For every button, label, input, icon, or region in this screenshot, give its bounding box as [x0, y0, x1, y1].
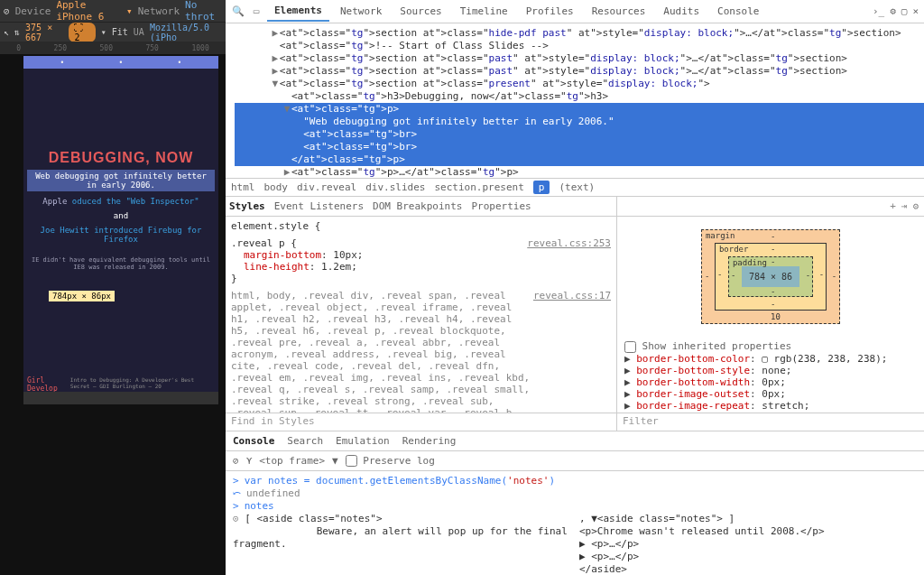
cursor-icon[interactable]: ↖ [4, 27, 9, 37]
phone-status-bar: ••• [23, 56, 218, 69]
styles-body[interactable]: element.style {.reveal p {reveal.css:253… [226, 217, 616, 413]
drawer-tab-emulation[interactable]: Emulation [336, 435, 390, 447]
slide-footnote: IE didn't have equivalent debugging tool… [27, 256, 215, 271]
filter-input[interactable]: Filter [617, 413, 924, 431]
device-label: Device [15, 5, 51, 17]
filter-icon[interactable]: ⋎ [246, 455, 253, 467]
frame-select[interactable]: <top frame> [259, 455, 325, 467]
element-tooltip: 784px × 86px [49, 291, 115, 301]
tab-profiles[interactable]: Profiles [519, 2, 581, 21]
new-rule-icon[interactable]: + [890, 200, 896, 212]
computed-prop[interactable]: ▶ border-bottom-color: ▢ rgb(238, 238, 2… [624, 353, 917, 365]
computed-prop[interactable]: ▶ border-bottom-style: none; [624, 365, 917, 376]
box-content: 784 × 86 [742, 266, 799, 287]
crumb-body[interactable]: body [264, 181, 289, 193]
breadcrumb: htmlbodydiv.revealdiv.slidessection.pres… [226, 178, 924, 196]
zoom-chevron-icon[interactable]: ▾ [101, 27, 106, 37]
devtools-panel: 🔍 ▭ ElementsNetworkSourcesTimelineProfil… [226, 0, 924, 575]
inspect-icon[interactable]: ⊘ [4, 5, 10, 17]
crumb-divreveal[interactable]: div.reveal [297, 181, 356, 193]
drawer-tab-console[interactable]: Console [233, 435, 274, 447]
preserve-log-checkbox[interactable]: Preserve log [346, 455, 435, 468]
drawer-tab-rendering[interactable]: Rendering [402, 435, 457, 447]
chevron-down-icon[interactable]: ▼ [332, 455, 338, 467]
dom-node[interactable]: ▶<at">class="tg">section at">class="past… [235, 65, 924, 78]
show-inherited-checkbox[interactable]: Show inherited properties [624, 340, 791, 352]
network-label: Network [138, 5, 180, 17]
dom-node[interactable]: <at">class="tg">br> [235, 128, 924, 141]
console-output: ⊙ [ <aside class="notes"> Beware, an ale… [233, 513, 917, 575]
tab-timeline[interactable]: Timeline [453, 2, 515, 21]
toggle-state-icon[interactable]: ⇥ [901, 200, 908, 212]
computed-prop[interactable]: ▶ border-bottom-width: 0px; [624, 376, 917, 388]
swap-icon[interactable]: ⇅ [14, 27, 20, 37]
tab-resources[interactable]: Resources [585, 2, 653, 21]
computed-list[interactable]: Show inherited properties▶ border-bottom… [617, 337, 924, 413]
network-select[interactable]: No throt [185, 0, 222, 23]
toggle-device-icon[interactable]: ▭ [249, 5, 263, 17]
styles-toolbar: + ⇥ ⚙ [617, 197, 924, 217]
dom-node[interactable]: <at">class="tg">br> [235, 141, 924, 153]
find-in-styles-input[interactable]: Find in Styles [226, 413, 616, 431]
device-panel: ⊘ Device Apple iPhone 6 ▾ Network No thr… [0, 0, 226, 575]
slide-title: DEBUGGING, NOW [27, 150, 215, 166]
dom-node[interactable]: </at">class="tg">p> [235, 153, 924, 166]
console-drawer: ConsoleSearchEmulationRendering ⊘ ⋎ <top… [226, 431, 924, 575]
dom-node[interactable]: ▶<at">class="tg">p>…</at">class="tg">p> [235, 166, 924, 178]
slide-line-3: Joe Hewitt introduced Firebug for Firefo… [27, 226, 215, 244]
phone-home-bar [23, 392, 218, 404]
slide-line-2: Apple oduced the "Web Inspector" [27, 197, 215, 206]
gear-icon[interactable]: ⚙ [912, 200, 919, 212]
tab-audits[interactable]: Audits [656, 2, 707, 21]
styles-tab-dom-breakpoints[interactable]: DOM Breakpoints [373, 200, 462, 212]
dom-node[interactable]: ▶<at">class="tg">section at">class="hide… [235, 27, 924, 40]
dom-node[interactable]: <at">class="tg">!-- Start of Class Slide… [235, 40, 924, 52]
slide-highlighted-text: Web debugging got infinitely better in e… [27, 170, 215, 191]
device-toolbar-size: ↖ ⇅ 375 × 667 ⛶ 2 ▾ Fit UA Mozilla/5.0 (… [0, 22, 226, 42]
console-body[interactable]: >var notes = document.getElementsByClass… [226, 471, 924, 575]
console-line: ⤺undefined [233, 487, 917, 500]
chevron-down-icon[interactable]: ▾ [126, 5, 133, 17]
console-line: >var notes = document.getElementsByClass… [233, 475, 917, 487]
fit-toggle[interactable]: Fit [112, 27, 128, 37]
device-viewport: ••• DEBUGGING, NOW Web debugging got inf… [0, 54, 226, 575]
inspect-element-icon[interactable]: 🔍 [231, 5, 245, 17]
console-toolbar: ⊘ ⋎ <top frame> ▼ Preserve log [226, 451, 924, 471]
styles-tab-event-listeners[interactable]: Event Listeners [274, 200, 364, 212]
dom-tree[interactable]: ▶<at">class="tg">section at">class="hide… [226, 23, 924, 178]
zoom-select[interactable]: ⛶ 2 [69, 23, 95, 42]
ua-label: UA [134, 27, 144, 37]
crumb-text[interactable]: (text) [559, 181, 595, 193]
computed-prop[interactable]: ▶ border-image-repeat: stretch; [624, 400, 917, 412]
styles-tab-properties[interactable]: Properties [471, 200, 531, 212]
dom-node[interactable]: ▶<at">class="tg">section at">class="past… [235, 52, 924, 65]
console-toggle-icon[interactable]: ›_ [873, 5, 884, 17]
dom-node[interactable]: ▼<at">class="tg">p> [235, 103, 924, 116]
styles-tab-styles[interactable]: Styles [229, 200, 265, 212]
dock-icon[interactable]: ▢ [901, 5, 908, 17]
dom-node[interactable]: ▼<at">class="tg">section at">class="pres… [235, 78, 924, 90]
dom-node[interactable]: "Web debugging got infinitely better in … [235, 116, 924, 128]
crumb-p[interactable]: p [533, 181, 550, 194]
drawer-tabs: ConsoleSearchEmulationRendering [226, 431, 924, 451]
main-tabs: 🔍 ▭ ElementsNetworkSourcesTimelineProfil… [226, 0, 924, 23]
ua-value[interactable]: Mozilla/5.0 (iPho [150, 23, 222, 42]
crumb-sectionpresent[interactable]: section.present [434, 181, 523, 193]
clear-console-icon[interactable]: ⊘ [233, 455, 239, 467]
crumb-divslides[interactable]: div.slides [365, 181, 425, 193]
console-line: >notes [233, 500, 917, 513]
computed-prop[interactable]: ▶ border-image-outset: 0px; [624, 388, 917, 400]
device-select[interactable]: Apple iPhone 6 [56, 0, 121, 23]
dom-node[interactable]: <at">class="tg">h3>Debugging, now</at">c… [235, 90, 924, 103]
slide-content: DEBUGGING, NOW Web debugging got infinit… [23, 69, 218, 271]
tab-elements[interactable]: Elements [267, 1, 329, 22]
close-icon[interactable]: × [912, 5, 919, 17]
tab-network[interactable]: Network [333, 2, 389, 21]
tab-console[interactable]: Console [710, 2, 766, 21]
slide-and: and [27, 211, 215, 220]
tab-sources[interactable]: Sources [393, 2, 448, 21]
viewport-size[interactable]: 375 × 667 [25, 23, 63, 42]
settings-icon[interactable]: ⚙ [890, 5, 896, 17]
drawer-tab-search[interactable]: Search [287, 435, 323, 447]
crumb-html[interactable]: html [231, 181, 255, 193]
